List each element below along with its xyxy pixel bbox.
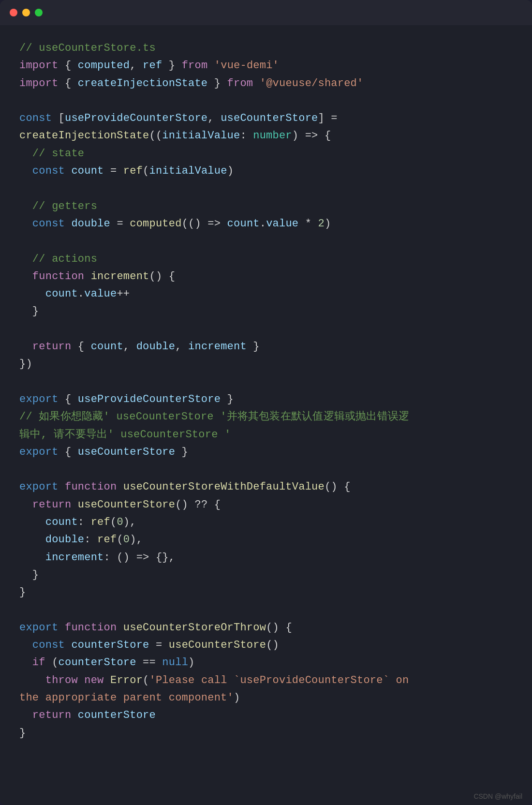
maximize-button[interactable] bbox=[35, 9, 43, 16]
titlebar bbox=[0, 0, 532, 25]
code-container: // useCounterStore.ts import { computed,… bbox=[0, 25, 532, 790]
code-window: // useCounterStore.ts import { computed,… bbox=[0, 0, 532, 805]
close-button[interactable] bbox=[10, 9, 17, 16]
minimize-button[interactable] bbox=[22, 9, 30, 16]
code-block: // useCounterStore.ts import { computed,… bbox=[19, 40, 513, 742]
watermark: CSDN @whyfail bbox=[0, 790, 532, 805]
watermark-text: CSDN @whyfail bbox=[473, 792, 522, 800]
